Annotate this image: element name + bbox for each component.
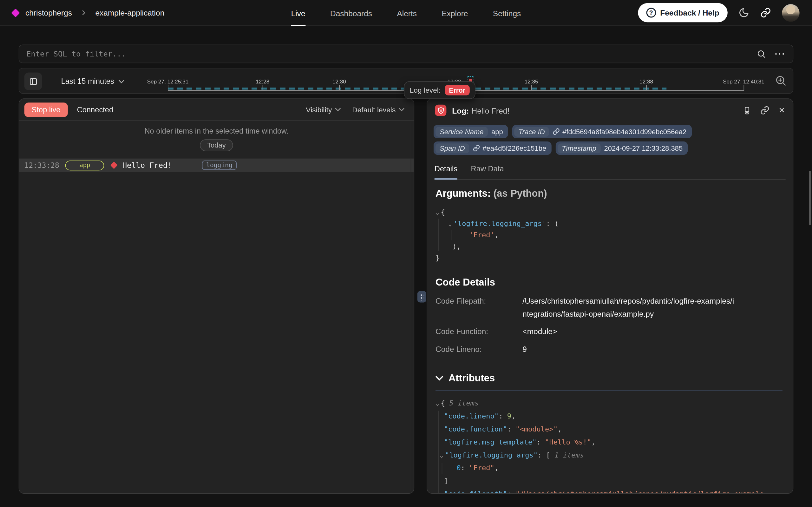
span-id-tag[interactable]: Span ID #ea4d5f226ec151be — [434, 142, 552, 155]
json-line[interactable]: ⌄"logfire.logging_args": [ 1 items — [436, 449, 783, 462]
error-level-diamond-icon — [110, 162, 118, 169]
chevron-down-icon — [436, 376, 443, 381]
connection-status: Connected — [77, 105, 114, 114]
timeline-tick-label: Sep 27, 12:25:31 — [147, 78, 189, 85]
chevron-down-icon — [335, 108, 341, 111]
indent-guide — [442, 463, 442, 474]
indent-guide — [452, 230, 452, 240]
error-level-badge: Error — [445, 85, 470, 96]
top-nav: christophergs example-application Live D… — [0, 0, 812, 26]
link-icon — [553, 128, 560, 135]
nav-item-settings[interactable]: Settings — [493, 0, 521, 26]
breadcrumb-project[interactable]: example-application — [95, 8, 164, 17]
today-marker[interactable]: Today — [200, 139, 233, 151]
code-line: 'Fred', — [436, 229, 783, 240]
breadcrumb: christophergs example-application — [12, 8, 164, 17]
log-timestamp: 12:33:28 — [24, 161, 59, 169]
attributes-json-block: ⌄{ 5 items "code.lineno": 9, "code.funct… — [436, 397, 783, 494]
timeline-tick-label: 12:38 — [639, 78, 653, 85]
breadcrumb-org[interactable]: christophergs — [25, 8, 72, 17]
zoom-in-icon[interactable] — [774, 74, 787, 87]
stop-live-button[interactable]: Stop live — [24, 102, 68, 117]
divider — [436, 390, 783, 391]
attributes-section-toggle[interactable]: Attributes — [436, 373, 783, 384]
indent-guide — [438, 219, 439, 250]
divider — [137, 73, 137, 89]
empty-window-message: No older items in the selected time wind… — [19, 121, 414, 135]
timeline-tick-label: 12:28 — [256, 78, 269, 85]
details-title: Log:Hello Fred! — [452, 106, 509, 115]
dock-panel-bottom-icon[interactable] — [743, 106, 752, 115]
service-name-tag[interactable]: Service Name app — [434, 125, 508, 138]
tab-details[interactable]: Details — [435, 165, 457, 180]
search-icon[interactable] — [756, 49, 766, 58]
primary-nav: Live Dashboards Alerts Explore Settings — [291, 0, 521, 26]
timestamp-tag[interactable]: Timestamp 2024-09-27 12:33:28.385 — [556, 142, 688, 155]
sidebar-toggle-button[interactable] — [24, 73, 42, 91]
nav-item-explore[interactable]: Explore — [442, 0, 468, 26]
timeline-tick-label: 12:35 — [524, 78, 538, 85]
log-details-panel: Log:Hello Fred! ✕ Service Name app — [427, 98, 793, 494]
theme-toggle-moon-icon[interactable] — [738, 7, 749, 18]
arguments-code-block: ⌄{ ⌄'logfire.logging_args': ( 'Fred', ),… — [436, 206, 783, 263]
json-line: ] — [436, 474, 783, 488]
copy-link-icon[interactable] — [760, 106, 769, 115]
feedback-help-button[interactable]: ? Feedback / Help — [638, 3, 728, 22]
chevron-down-icon — [119, 79, 124, 83]
log-message: Hello Fred! — [122, 161, 172, 169]
code-filepath-row: Code Filepath: /Users/christophersamiull… — [436, 294, 783, 320]
log-level-tooltip: Log level: Error — [404, 81, 475, 99]
visibility-dropdown[interactable]: Visibility — [306, 105, 341, 114]
nav-item-dashboards[interactable]: Dashboards — [330, 0, 372, 26]
attributes-heading: Attributes — [448, 373, 495, 384]
json-line: 0: "Fred", — [436, 462, 783, 474]
code-lineno-row: Code Lineno: 9 — [436, 342, 783, 355]
user-avatar[interactable] — [782, 4, 800, 21]
indent-guide — [438, 411, 439, 494]
trace-id-tag[interactable]: Trace ID #fdd5694a8fa98eb4e301d99ebc056e… — [512, 125, 691, 138]
time-range-selector[interactable]: Last 15 minutes — [61, 68, 125, 95]
code-line: } — [436, 251, 783, 263]
breadcrumb-separator-icon — [81, 10, 86, 15]
timeline-tick-label: 12:30 — [332, 78, 346, 85]
arguments-heading: Arguments: (as Python) — [436, 188, 783, 200]
code-line: ), — [436, 240, 783, 252]
service-tag: app — [65, 160, 104, 170]
scope-tag: logging — [202, 161, 237, 170]
json-line: "logfire.msg_template": "Hello %s!", — [436, 436, 783, 449]
nav-right-group: ? Feedback / Help — [638, 3, 800, 22]
nav-item-live[interactable]: Live — [291, 0, 305, 26]
log-row[interactable]: 12:33:28 app Hello Fred! logging — [19, 159, 414, 172]
code-function-row: Code Function: <module> — [436, 325, 783, 338]
chevron-down-icon — [399, 108, 404, 111]
logfire-logo-icon[interactable] — [11, 8, 20, 17]
code-line[interactable]: ⌄{ — [436, 206, 783, 218]
share-link-icon[interactable] — [760, 7, 771, 18]
default-levels-dropdown[interactable]: Default levels — [352, 105, 404, 114]
tab-raw-data[interactable]: Raw Data — [471, 165, 504, 180]
sql-filter-input[interactable] — [26, 50, 756, 58]
grip-dots-icon — [420, 293, 424, 300]
scrollbar-thumb[interactable] — [809, 171, 811, 225]
code-details-heading: Code Details — [436, 277, 783, 288]
panel-resize-handle[interactable] — [418, 291, 426, 303]
logfire-app: christophergs example-application Live D… — [0, 0, 812, 507]
question-circle-icon: ? — [646, 8, 656, 17]
scrollbar-track[interactable] — [411, 122, 412, 491]
error-shield-icon — [435, 105, 446, 116]
nav-item-alerts[interactable]: Alerts — [397, 0, 417, 26]
json-line: "code.lineno": 9, — [436, 410, 783, 422]
main-content: Stop live Connected Visibility Default l… — [19, 98, 793, 494]
close-icon[interactable]: ✕ — [779, 106, 785, 115]
link-icon — [473, 145, 480, 152]
json-line: "code.function": "<module>", — [436, 422, 783, 436]
timeline-tick-label: Sep 27, 12:40:31 — [723, 78, 764, 85]
more-options-icon[interactable]: ⋯ — [774, 51, 786, 56]
code-line[interactable]: ⌄'logfire.logging_args': ( — [436, 218, 783, 229]
json-line[interactable]: ⌄{ 5 items — [436, 397, 783, 410]
sql-filter-bar: ⋯ — [19, 44, 793, 63]
live-logs-panel: Stop live Connected Visibility Default l… — [19, 98, 414, 494]
json-line: "code.filepath": "/Users/christophersami… — [436, 487, 783, 494]
